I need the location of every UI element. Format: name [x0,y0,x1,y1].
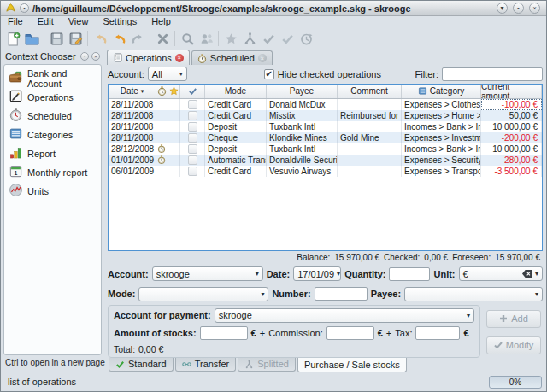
mode-tab-transfer[interactable]: Transfer [175,358,237,372]
sidebar-item-bank-and-account[interactable]: Bank and Account [7,70,98,86]
tax-input[interactable] [415,326,460,340]
sidebar-item-label: Monthly report [27,167,87,178]
cell-payee: Tuxbank Intl [267,143,338,155]
column-header-check[interactable] [180,85,205,98]
chevron-down-icon: ▾ [179,70,183,78]
column-header-star[interactable] [168,85,180,98]
save-as-icon[interactable] [66,29,85,48]
quantity-input[interactable] [389,267,430,281]
filter-input[interactable] [442,67,543,81]
account-for-payment-select[interactable]: skrooge▾ [215,308,474,323]
column-label: Date [121,86,138,96]
menu-file[interactable]: File [8,16,23,26]
mode-select[interactable]: ▾ [138,287,268,301]
chevron-down-icon: ▾ [467,312,470,319]
undo-icon[interactable] [109,29,128,48]
close-tab-icon[interactable]: × [258,54,267,62]
menu-settings[interactable]: Settings [103,16,137,26]
panel-detach-button[interactable]: ◦ [80,52,89,61]
commission-input[interactable] [326,326,374,340]
account-select[interactable]: skrooge▾ [152,266,263,281]
shade-button[interactable]: ▾ [497,3,508,14]
cell-mode: Credit Card [205,99,267,110]
sidebar-item-label: Report [27,149,56,159]
menu-view[interactable]: View [68,16,89,26]
mode-tab-standard[interactable]: Standard [109,358,174,372]
cell-amount: 10 000,00 € [481,121,542,132]
row-checkbox[interactable] [188,155,197,165]
cell-checked [180,132,205,143]
column-header-mode[interactable]: Mode [205,85,267,98]
sidebar-item-monthly-report[interactable]: 1Monthly report [7,164,98,180]
sort-indicator-icon: ▾ [141,88,144,95]
table-row[interactable]: 28/12/2008DepositTuxbank IntlIncomes > B… [109,143,542,155]
maximize-button[interactable]: • [513,3,524,14]
toolbar-separator [87,31,88,46]
cell-scheduled [156,110,168,121]
status-message: list of operations [8,377,489,387]
panel-close-button[interactable]: × [91,52,100,61]
close-tab-icon[interactable]: × [175,54,184,62]
column-label: Comment [350,86,387,96]
sidebar-item-label: Scheduled [27,111,72,121]
mode-tab-purchase-sale-stocks[interactable]: Purchase / Sale stocks [297,358,407,372]
number-input[interactable] [315,287,368,301]
payee-select[interactable]: ▾ [404,287,543,301]
foreseen-value: 15 970,00 € [495,253,540,262]
split-small-icon [244,360,254,369]
cell-mode: Credit Card [205,166,267,177]
row-checkbox[interactable] [188,111,197,120]
table-row[interactable]: 01/01/2009Automatic TransfDonaldville Se… [109,155,542,166]
toolbar-separator [174,31,175,46]
hide-checked-checkbox[interactable]: ✔ [264,69,274,79]
cell-checked [180,155,205,166]
cell-mode: Deposit [205,121,267,132]
date-select[interactable]: 17/01/09▾ [293,266,341,281]
toolbar [1,27,546,50]
row-checkbox[interactable] [188,144,197,154]
column-header-date[interactable]: Date▾ [109,85,156,98]
row-checkbox[interactable] [188,167,197,176]
table-header: Date▾ModePayeeCommentCategoryCurrent amo… [109,85,542,99]
currency-symbol: € [251,328,256,338]
sidebar-item-operations[interactable]: Operations [7,89,98,105]
app-window: • /home/guillaume/Développement/Skrooge/… [0,0,547,392]
row-checkbox[interactable] [188,133,197,143]
amount-of-stocks-input[interactable] [200,326,248,340]
chevron-down-icon: ▾ [256,270,259,278]
table-row[interactable]: 28/11/2008Credit CardMisstixReimbursed f… [109,110,542,121]
menu-help[interactable]: Help [151,16,171,26]
toolbar-separator [44,31,44,46]
save-icon[interactable] [47,29,66,48]
row-checkbox[interactable] [188,122,197,132]
sidebar-title: Context Chooser [5,51,77,61]
column-header-category[interactable]: Category [402,85,481,98]
form-buttons: Add Modify [485,305,543,358]
column-header-payee[interactable]: Payee [267,85,338,98]
table-row[interactable]: 06/01/2009Credit CardVesuvio AirwaysExpe… [109,166,542,177]
window-menu-button[interactable]: • [20,3,29,13]
cell-checked [180,99,205,110]
titlebar[interactable]: • /home/guillaume/Développement/Skrooge/… [1,1,546,16]
column-header-amount[interactable]: Current amount [481,85,542,98]
sidebar-item-units[interactable]: Units [7,183,98,199]
unit-select[interactable]: € ▾ [459,266,543,281]
row-checkbox[interactable] [188,100,197,109]
open-icon[interactable] [22,29,41,48]
close-button[interactable]: × [529,3,540,14]
column-header-comment[interactable]: Comment [338,85,402,98]
tab-operations[interactable]: Operations× [107,50,190,65]
new-document-icon[interactable] [3,29,22,48]
column-header-sched[interactable] [156,85,168,98]
account-filter-select[interactable]: All ▾ [148,67,187,81]
sidebar-item-scheduled[interactable]: Scheduled [7,108,98,124]
menu-edit[interactable]: Edit [38,16,54,26]
table-row[interactable]: 28/11/2008ChequeKlondike MinesGold MineE… [109,132,542,143]
categories-icon [9,126,23,143]
table-row[interactable]: 28/11/2008DepositTuxbank IntlIncomes > B… [109,121,542,132]
sidebar-item-report[interactable]: Report [7,145,98,161]
tab-scheduled[interactable]: Scheduled× [191,50,273,65]
cell-date: 06/01/2009 [109,166,156,177]
sidebar-item-categories[interactable]: Categories [7,126,98,143]
table-row[interactable]: 28/11/2008Credit CardDonald McDuxExpense… [109,99,542,110]
